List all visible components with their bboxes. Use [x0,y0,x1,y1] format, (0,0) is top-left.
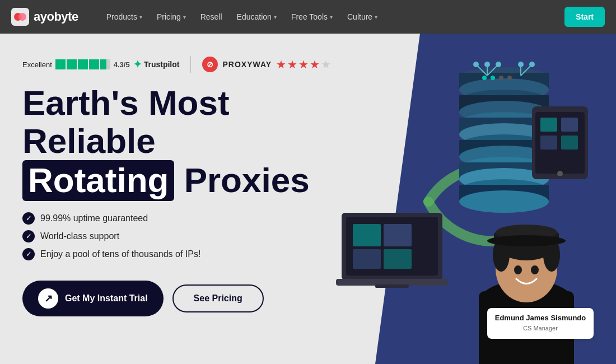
headline-line1: Earth's Most [22,84,594,122]
brand-name: ayobyte [34,10,78,24]
logo-icon [11,8,29,26]
nav-education[interactable]: Education ▾ [231,9,282,25]
pw-star-5-empty: ★ [321,58,331,71]
star-3 [78,59,88,69]
feature-item-3: ✓ Enjoy a pool of tens of thousands of I… [22,248,594,260]
check-icon-3: ✓ [22,248,35,260]
hero-headline: Earth's Most Reliable Rotating Proxies [22,84,594,201]
arrow-icon: ↗ [38,288,58,309]
feature-item-2: ✓ World-class support [22,230,594,242]
features-list: ✓ 99.99% uptime guaranteed ✓ World-class… [22,212,594,260]
chevron-down-icon: ▾ [375,14,377,20]
star-2 [67,59,77,69]
chevron-down-icon: ▾ [274,14,277,20]
nav-products[interactable]: Products ▾ [101,9,148,25]
star-4 [89,59,99,69]
pw-star-4: ★ [310,58,320,71]
trustpilot-logo: ✦ Trustpilot [133,58,180,71]
feature-item-1: ✓ 99.99% uptime guaranteed [22,212,594,225]
nav-resell[interactable]: Resell [195,9,228,25]
proxyway-rating: ⊘ PROXYWAY ★ ★ ★ ★ ★ [202,57,331,72]
star-1 [55,59,66,69]
svg-point-2 [18,13,26,21]
nav-pricing[interactable]: Pricing ▾ [151,9,192,25]
pw-star-3: ★ [298,58,309,71]
chevron-down-icon: ▾ [330,14,333,20]
headline-line2: Reliable [22,122,594,160]
chevron-down-icon: ▾ [139,14,142,20]
pw-star-2: ★ [287,58,297,71]
divider [190,56,191,73]
pricing-button[interactable]: See Pricing [172,284,264,312]
nav-free-tools[interactable]: Free Tools ▾ [286,9,338,25]
proxyway-badge-icon: ⊘ [202,57,218,72]
navigation: ayobyte Products ▾ Pricing ▾ Resell Educ… [0,0,616,34]
logo[interactable]: ayobyte [11,8,78,26]
check-icon-2: ✓ [22,230,35,242]
cta-buttons: ↗ Get My Instant Trial See Pricing [22,281,594,316]
nav-links: Products ▾ Pricing ▾ Resell Education ▾ … [101,9,564,25]
headline-line3: Rotating Proxies [22,160,594,200]
rotating-highlight: Rotating [22,160,174,200]
star-5-half [100,59,110,69]
pw-star-1: ★ [276,58,286,71]
proxyway-stars: ★ ★ ★ ★ ★ [276,58,331,71]
nav-cta-button[interactable]: Start [564,7,605,27]
hero-content: Excellent 4.3/5 ✦ Trustpilot ⊘ PROXYWAY [22,50,594,316]
chevron-down-icon: ▾ [183,14,186,20]
trustpilot-stars [55,59,110,69]
check-icon-1: ✓ [22,212,35,225]
hero-section: Excellent 4.3/5 ✦ Trustpilot ⊘ PROXYWAY [0,34,616,364]
svg-text:CS Manager: CS Manager [523,325,558,332]
ratings-row: Excellent 4.3/5 ✦ Trustpilot ⊘ PROXYWAY [22,56,594,73]
nav-culture[interactable]: Culture ▾ [342,9,383,25]
trustpilot-rating: Excellent 4.3/5 ✦ Trustpilot [22,58,179,71]
trial-button[interactable]: ↗ Get My Instant Trial [22,281,164,316]
trustpilot-star-icon: ✦ [133,58,142,71]
